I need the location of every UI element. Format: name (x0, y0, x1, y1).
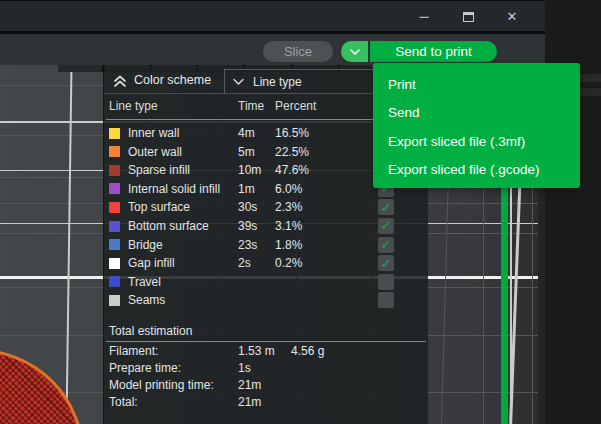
line-type-label: Travel (128, 275, 161, 289)
line-type-color-swatch (109, 146, 120, 157)
legend-row: Top surface30s2.3%✓ (104, 198, 428, 217)
menu-item[interactable]: Print (373, 70, 580, 99)
menu-item[interactable]: Send (373, 99, 580, 128)
menu-item[interactable]: Export sliced file (.3mf) (373, 127, 580, 156)
line-type-percent: 16.5% (275, 126, 309, 140)
legend-row: Bottom surface39s3.1%✓ (104, 217, 428, 236)
send-to-print-menu: PrintSendExport sliced file (.3mf)Export… (373, 63, 580, 188)
line-type-time: 39s (238, 219, 257, 233)
line-type-label: Bridge (128, 238, 163, 252)
line-type-label: Inner wall (128, 126, 179, 140)
send-to-print-button[interactable]: Send to print (370, 41, 497, 62)
line-type-percent: 22.5% (275, 145, 309, 159)
line-type-time: 4m (238, 126, 255, 140)
total-label: Model printing time: (109, 378, 214, 392)
minimize-button[interactable]: ─ (413, 6, 435, 28)
line-type-label: Outer wall (128, 145, 182, 159)
line-type-visibility-checkbox[interactable]: ✓ (378, 255, 394, 271)
total-row: Filament:1.53 m4.56 g (104, 343, 428, 360)
line-type-visibility-checkbox[interactable] (378, 292, 394, 308)
line-type-visibility-checkbox[interactable]: ✓ (378, 199, 394, 215)
line-type-time: 5m (238, 145, 255, 159)
line-type-label: Sparse infill (128, 163, 190, 177)
restore-icon (463, 12, 474, 22)
totals-title: Total estimation (109, 324, 192, 338)
line-type-color-swatch (109, 221, 120, 232)
line-type-time: 10m (238, 163, 261, 177)
total-row: Prepare time:1s (104, 360, 428, 377)
legend-row: Travel (104, 273, 428, 292)
panel-title: Color scheme (134, 73, 211, 87)
background-window-fragment (578, 88, 601, 96)
line-type-percent: 47.6% (275, 163, 309, 177)
line-type-color-swatch (109, 128, 120, 139)
sliced-model-disc[interactable] (0, 349, 84, 424)
line-type-color-swatch (109, 276, 120, 287)
line-type-label: Gap infill (128, 256, 175, 270)
line-type-label: Internal solid infill (128, 182, 220, 196)
minimize-icon: ─ (419, 9, 428, 24)
send-options-dropdown-button[interactable] (341, 41, 368, 62)
total-row: Total:21m (104, 394, 428, 411)
line-type-time: 1m (238, 182, 255, 196)
app-window: ─ ✕ Slice Send to print (0, 0, 601, 424)
legend-row: Bridge23s1.8%✓ (104, 236, 428, 255)
line-type-visibility-checkbox[interactable] (378, 274, 394, 290)
total-value: 1s (238, 361, 251, 375)
total-value-2: 4.56 g (291, 344, 324, 358)
checkmark-icon: ✓ (381, 219, 392, 232)
legend-row: Seams (104, 291, 428, 310)
line-type-label: Seams (128, 293, 165, 307)
total-row: Model printing time:21m (104, 377, 428, 394)
line-type-color-swatch (109, 165, 120, 176)
total-value: 21m (238, 378, 261, 392)
slice-button-label: Slice (284, 44, 312, 59)
line-type-visibility-checkbox[interactable]: ✓ (378, 237, 394, 253)
column-header-line-type: Line type (109, 99, 158, 113)
top-toolbar: Slice Send to print (0, 34, 545, 65)
checkmark-icon: ✓ (381, 238, 392, 251)
grid-line (65, 65, 72, 424)
line-type-label: Bottom surface (128, 219, 209, 233)
line-type-color-swatch (109, 202, 120, 213)
title-bar: ─ ✕ (0, 0, 545, 31)
line-type-percent: 6.0% (275, 182, 302, 196)
line-type-percent: 3.1% (275, 219, 302, 233)
menu-item[interactable]: Export sliced file (.gcode) (373, 156, 580, 185)
line-type-time: 23s (238, 238, 257, 252)
total-label: Filament: (109, 344, 158, 358)
totals-rows: Filament:1.53 m4.56 gPrepare time:1sMode… (104, 343, 428, 411)
column-header-percent: Percent (275, 99, 316, 113)
line-type-time: 2s (238, 256, 251, 270)
close-button[interactable]: ✕ (501, 6, 523, 28)
close-icon: ✕ (507, 9, 518, 24)
restore-button[interactable] (457, 6, 479, 28)
legend-row: Gap infill2s0.2%✓ (104, 254, 428, 273)
divider (106, 341, 426, 342)
view-mode-value: Line type (253, 75, 302, 89)
line-type-color-swatch (109, 239, 120, 250)
line-type-percent: 0.2% (275, 256, 302, 270)
line-type-color-swatch (109, 183, 120, 194)
column-header-time: Time (238, 99, 264, 113)
collapse-panel-icon[interactable] (112, 73, 128, 88)
total-label: Total: (109, 395, 138, 409)
total-value: 21m (238, 395, 261, 409)
checkmark-icon: ✓ (381, 201, 392, 214)
line-type-color-swatch (109, 295, 120, 306)
total-label: Prepare time: (109, 361, 181, 375)
line-type-percent: 1.8% (275, 238, 302, 252)
checkmark-icon: ✓ (381, 257, 392, 270)
send-to-print-label: Send to print (395, 44, 472, 59)
line-type-visibility-checkbox[interactable]: ✓ (378, 218, 394, 234)
line-type-color-swatch (109, 258, 120, 269)
window-controls: ─ ✕ (413, 1, 523, 32)
chevron-down-icon (232, 77, 245, 86)
line-type-label: Top surface (128, 200, 190, 214)
line-type-percent: 2.3% (275, 200, 302, 214)
line-type-time: 30s (238, 200, 257, 214)
background-window-fragment (578, 74, 601, 82)
chevron-down-icon (349, 48, 361, 56)
total-value: 1.53 m (238, 344, 275, 358)
slice-button[interactable]: Slice (263, 41, 333, 62)
